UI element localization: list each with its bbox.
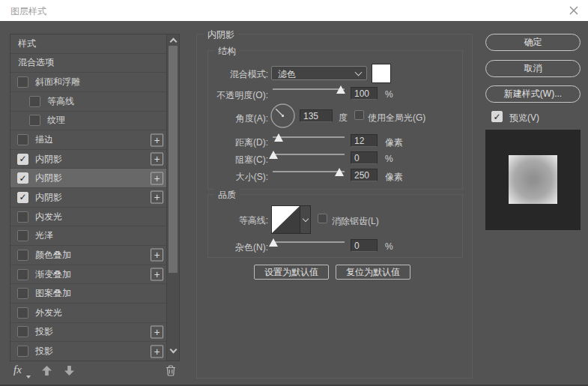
move-effect-down-button[interactable] <box>64 365 75 379</box>
blend-mode-label: 混合模式: <box>208 68 268 81</box>
style-enabled-checkbox[interactable] <box>29 96 40 107</box>
distance-slider[interactable] <box>273 132 345 142</box>
global-light-checkbox[interactable] <box>354 110 364 120</box>
dialog-titlebar: 图层样式 <box>0 0 588 21</box>
style-list-item[interactable]: 光泽 <box>10 226 179 246</box>
style-enabled-checkbox[interactable] <box>17 250 28 261</box>
contour-picker[interactable] <box>271 205 311 234</box>
opacity-slider[interactable] <box>273 84 345 94</box>
style-enabled-checkbox[interactable]: ✓ <box>17 192 28 203</box>
style-list-item[interactable]: 投影 + <box>10 323 179 343</box>
style-enabled-checkbox[interactable] <box>17 326 28 337</box>
style-item-label: 光泽 <box>35 229 53 242</box>
structure-legend: 结构 <box>214 45 240 58</box>
noise-input[interactable] <box>351 239 378 252</box>
style-list-item[interactable]: 描边 + <box>10 130 179 150</box>
style-list-item[interactable]: 混合选项 <box>10 54 179 73</box>
add-effect-button[interactable]: + <box>151 249 163 262</box>
angle-input[interactable] <box>300 109 333 122</box>
style-list-item[interactable]: ✓ 内阴影 + <box>10 169 179 188</box>
blend-mode-select[interactable]: 滤色 <box>271 66 367 80</box>
reset-default-button[interactable]: 复位为默认值 <box>336 265 410 280</box>
add-effect-button[interactable]: + <box>151 133 163 146</box>
style-list-item[interactable]: ✓ 内阴影 + <box>10 150 179 169</box>
slider-thumb[interactable] <box>269 151 278 159</box>
size-input[interactable] <box>351 169 378 181</box>
move-effect-up-button[interactable] <box>41 365 52 379</box>
style-list-item[interactable]: 渐变叠加 + <box>10 265 179 285</box>
scrollbar-thumb[interactable] <box>169 46 178 273</box>
style-item-label: 样式 <box>18 37 36 50</box>
slider-thumb[interactable] <box>336 85 345 94</box>
styles-list: 样式 混合选项 斜面和浮雕 等高线 纹理 描边 + ✓ 内阴影 + ✓ 内阴影 … <box>10 34 180 361</box>
add-effect-button[interactable]: + <box>151 172 163 184</box>
opacity-input[interactable] <box>351 87 378 100</box>
style-enabled-checkbox[interactable] <box>17 307 28 319</box>
add-effect-button[interactable]: + <box>151 325 163 338</box>
fx-caret-icon <box>26 376 31 379</box>
preview-label: 预览(V) <box>509 112 539 124</box>
style-enabled-checkbox[interactable]: ✓ <box>17 154 28 165</box>
styles-scrollbar[interactable] <box>166 34 179 361</box>
style-list-item[interactable]: ✓ 内阴影 + <box>10 188 179 208</box>
style-enabled-checkbox[interactable] <box>17 346 28 357</box>
check-icon: ✓ <box>493 112 500 121</box>
cancel-button[interactable]: 取消 <box>485 60 581 77</box>
slider-thumb[interactable] <box>335 168 344 176</box>
contour-dropdown-button[interactable] <box>300 206 310 233</box>
fx-menu-button[interactable]: fx <box>13 364 22 376</box>
style-enabled-checkbox[interactable] <box>17 76 28 88</box>
angle-unit: 度 <box>339 112 348 124</box>
inner-shadow-panel: 内阴影 结构 混合模式: 滤色 不透明度(O): % 角度(A): <box>196 34 473 379</box>
style-enabled-checkbox[interactable] <box>29 115 40 126</box>
style-list-item[interactable]: 投影 + <box>10 342 179 361</box>
style-item-label: 颜色叠加 <box>35 249 71 262</box>
panel-legend: 内阴影 <box>204 28 238 41</box>
delete-effect-button[interactable] <box>165 364 177 379</box>
add-effect-button[interactable]: + <box>151 345 163 358</box>
style-enabled-checkbox[interactable] <box>17 211 28 223</box>
slider-thumb[interactable] <box>269 238 278 247</box>
scroll-up-button[interactable] <box>167 36 179 46</box>
angle-dial[interactable] <box>270 103 296 129</box>
scroll-down-button[interactable] <box>167 344 179 355</box>
close-icon[interactable] <box>569 5 579 16</box>
style-item-label: 渐变叠加 <box>35 268 71 281</box>
style-item-label: 图案叠加 <box>35 287 71 300</box>
style-list-item[interactable]: 外发光 <box>10 304 179 323</box>
distance-input[interactable] <box>351 134 378 147</box>
style-list-item[interactable]: 等高线 <box>10 92 179 112</box>
choke-slider[interactable] <box>273 149 345 160</box>
style-enabled-checkbox[interactable] <box>17 288 28 299</box>
style-item-label: 描边 <box>35 133 53 146</box>
style-list-item[interactable]: 纹理 <box>10 112 179 131</box>
antialias-label: 消除锯齿(L) <box>332 215 379 228</box>
size-slider[interactable] <box>273 166 345 177</box>
style-list-item[interactable]: 颜色叠加 + <box>10 246 179 265</box>
style-list-item[interactable]: 样式 <box>10 34 179 54</box>
style-enabled-checkbox[interactable] <box>17 269 28 280</box>
chevron-up-icon <box>169 37 177 45</box>
angle-label: 角度(A): <box>208 112 268 125</box>
chevron-down-icon <box>355 69 363 76</box>
set-default-button[interactable]: 设置为默认值 <box>254 265 329 280</box>
style-enabled-checkbox[interactable] <box>17 134 28 145</box>
style-enabled-checkbox[interactable]: ✓ <box>17 172 28 184</box>
shadow-color-swatch[interactable] <box>372 64 391 83</box>
new-style-button[interactable]: 新建样式(W)... <box>485 85 581 103</box>
noise-slider[interactable] <box>273 237 345 247</box>
choke-unit: % <box>385 154 393 164</box>
add-effect-button[interactable]: + <box>151 153 163 166</box>
style-enabled-checkbox[interactable] <box>17 230 28 241</box>
ok-button[interactable]: 确定 <box>485 34 581 51</box>
contour-thumbnail <box>272 206 300 233</box>
style-list-item[interactable]: 斜面和浮雕 <box>10 73 179 92</box>
slider-thumb[interactable] <box>274 133 283 142</box>
add-effect-button[interactable]: + <box>151 191 163 204</box>
choke-input[interactable] <box>351 151 378 164</box>
antialias-checkbox[interactable] <box>318 214 327 223</box>
style-list-item[interactable]: 图案叠加 <box>10 284 179 304</box>
preview-checkbox[interactable]: ✓ <box>491 111 503 122</box>
add-effect-button[interactable]: + <box>151 268 163 281</box>
style-list-item[interactable]: 内发光 <box>10 208 179 227</box>
